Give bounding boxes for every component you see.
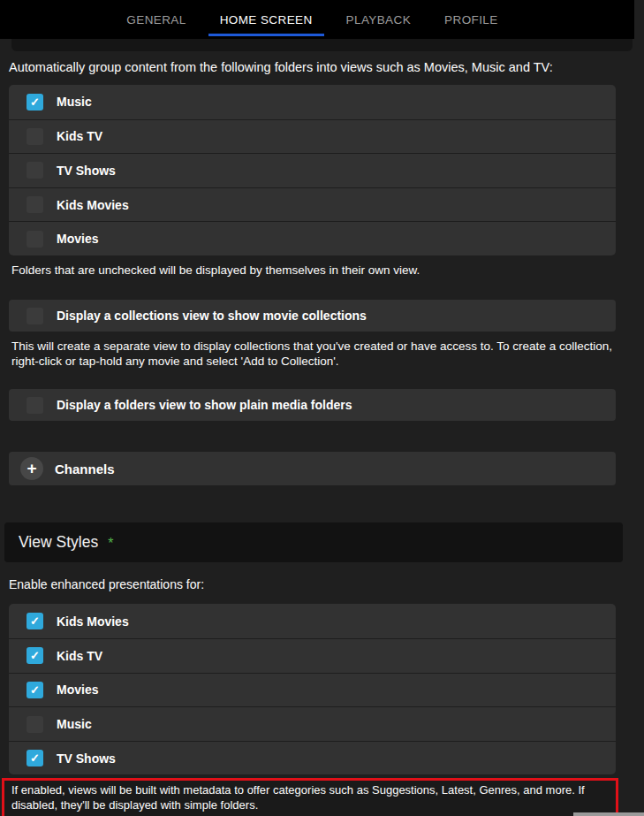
checkbox[interactable]: ✓	[27, 647, 43, 664]
checkbox[interactable]: ✓	[27, 94, 43, 111]
checkbox[interactable]	[27, 128, 43, 145]
view-styles-header: View Styles *	[4, 522, 623, 562]
view-styles-note: If enabled, views will be built with met…	[11, 783, 585, 812]
checkbox-row[interactable]: ✓ Movies	[9, 673, 616, 707]
checkbox-row-label: Movies	[57, 232, 98, 246]
checkbox[interactable]	[27, 231, 43, 248]
scrolled-section-remnant	[11, 39, 633, 51]
checkbox-row[interactable]: Music	[9, 706, 616, 741]
horizontal-scrollbar-thumb[interactable]	[573, 812, 644, 816]
tab-label: PROFILE	[444, 13, 498, 27]
checkbox-row[interactable]: ✓ Kids TV	[9, 638, 616, 673]
channels-button[interactable]: + Channels	[9, 452, 616, 485]
unchecked-folders-note: Folders that are unchecked will be displ…	[11, 263, 625, 278]
tab-label: GENERAL	[126, 13, 186, 27]
checkbox-row[interactable]: TV Shows	[9, 153, 616, 187]
checkbox[interactable]: ✓	[27, 613, 43, 629]
tab-label: HOME SCREEN	[220, 13, 313, 27]
checkbox-row-label: TV Shows	[57, 164, 116, 178]
checkbox[interactable]	[27, 716, 43, 733]
plus-icon: +	[20, 457, 43, 480]
required-marker: *	[108, 533, 113, 552]
checkbox-row-label: Kids Movies	[57, 614, 129, 629]
checkbox-row[interactable]: Movies	[9, 221, 616, 255]
checkbox-row[interactable]: Kids TV	[9, 119, 616, 154]
tab[interactable]: PROFILE	[428, 0, 515, 39]
tab[interactable]: PLAYBACK	[330, 0, 428, 39]
annotation-highlight: If enabled, views will be built with met…	[2, 778, 618, 816]
folders-view-row[interactable]: Display a folders view to show plain med…	[9, 389, 616, 421]
checkbox[interactable]	[27, 196, 43, 213]
checkbox-row-label: Kids Movies	[57, 198, 129, 212]
checkbox-row-label: Kids TV	[57, 649, 102, 663]
checkbox-row-label: Movies	[57, 683, 98, 697]
checkbox[interactable]	[27, 162, 43, 179]
checkbox-row[interactable]: ✓ Music	[9, 85, 616, 119]
view-styles-list: ✓ Kids Movies ✓ Kids TV ✓ Movies Music ✓…	[9, 604, 616, 774]
settings-tab-bar: GENERAL HOME SCREEN PLAYBACK PROFILE	[0, 0, 634, 39]
grouping-description: Automatically group content from the fol…	[9, 60, 625, 75]
checkbox-row[interactable]: Kids Movies	[9, 187, 616, 222]
checkbox-row-label: TV Shows	[57, 751, 116, 766]
tab-label: PLAYBACK	[346, 13, 411, 27]
checkbox-row-label: Music	[57, 717, 92, 731]
folders-view-checkbox[interactable]	[27, 397, 43, 414]
checkbox-row-label: Kids TV	[57, 129, 102, 143]
grouping-folder-list: ✓ Music Kids TV TV Shows Kids Movies Mov…	[9, 85, 616, 255]
tab[interactable]: HOME SCREEN	[203, 0, 330, 39]
collections-view-description: This will create a separate view to disp…	[11, 339, 625, 369]
checkbox[interactable]: ✓	[27, 750, 43, 766]
folders-view-label: Display a folders view to show plain med…	[57, 398, 352, 412]
enhanced-presentations-label: Enable enhanced presentations for:	[9, 577, 625, 591]
collections-view-label: Display a collections view to show movie…	[57, 309, 367, 323]
collections-view-row[interactable]: Display a collections view to show movie…	[9, 300, 616, 332]
collections-view-checkbox[interactable]	[27, 308, 43, 324]
channels-label: Channels	[55, 461, 115, 477]
checkbox-row-label: Music	[57, 95, 92, 109]
checkbox[interactable]: ✓	[27, 682, 43, 698]
checkbox-row[interactable]: ✓ TV Shows	[9, 741, 616, 775]
tab[interactable]: GENERAL	[110, 0, 202, 39]
checkbox-row[interactable]: ✓ Kids Movies	[9, 604, 616, 638]
view-styles-title: View Styles	[19, 533, 98, 552]
